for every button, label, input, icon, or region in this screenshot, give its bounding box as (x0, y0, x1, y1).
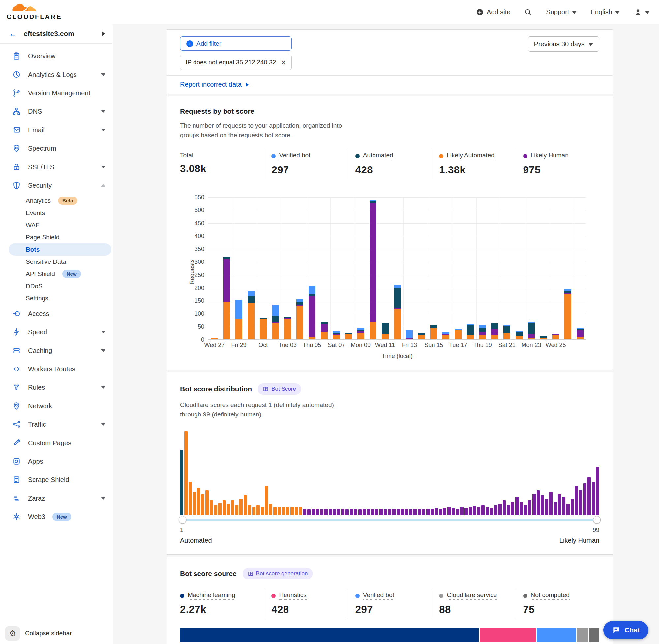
bot-score-generation-badge[interactable]: Bot score generation (243, 568, 313, 579)
sidebar-item-ssl-tls[interactable]: SSL/TLS (0, 158, 112, 176)
bar-segment-likely-automated (260, 319, 267, 339)
legend-dot (439, 154, 443, 158)
bar-segment-likely-automated (503, 334, 510, 339)
bar-segment-automated (479, 328, 486, 332)
histogram-bar (235, 505, 238, 515)
sidebar-item-events[interactable]: Events (0, 207, 112, 219)
sidebar-item-email[interactable]: Email (0, 121, 112, 139)
sidebar-item-version-management[interactable]: Version Management (0, 84, 112, 102)
histogram-bar (541, 495, 544, 515)
sidebar-item-ddos[interactable]: DDoS (0, 280, 112, 292)
site-expand-icon[interactable] (102, 31, 105, 36)
dns-icon (12, 107, 21, 116)
sidebar-item-traffic[interactable]: Traffic (0, 415, 112, 434)
stat-label[interactable]: Not computed (523, 591, 570, 600)
stat-label[interactable]: Verified bot (271, 152, 310, 160)
collapse-sidebar-label[interactable]: Collapse sidebar (25, 630, 72, 637)
stacked-bar (464, 197, 476, 339)
sidebar-item-speed[interactable]: Speed (0, 323, 112, 341)
sidebar-item-rules[interactable]: Rules (0, 378, 112, 397)
gear-icon[interactable]: ⚙ (5, 626, 20, 641)
sidebar-item-waf[interactable]: WAF (0, 219, 112, 231)
stat-label[interactable]: Machine learning (180, 591, 235, 600)
stat-label[interactable]: Cloudflare service (439, 591, 497, 600)
stat-label: Total (180, 152, 193, 159)
stat-value: 3.08k (180, 163, 264, 175)
chevron-down-icon (101, 331, 105, 334)
language-menu[interactable]: English (590, 8, 620, 16)
report-incorrect-data-link[interactable]: Report incorrect data (180, 81, 242, 88)
sidebar-item-scrape-shield[interactable]: Scrape Shield (0, 470, 112, 489)
y-tick-label: 350 (194, 246, 204, 253)
bar-segment-likely-automated (382, 335, 389, 339)
sidebar-item-bots[interactable]: Bots (8, 243, 112, 256)
histogram-bar (392, 509, 396, 515)
slider-handle-min[interactable] (179, 516, 186, 524)
add-filter-button[interactable]: + Add filter (180, 36, 292, 51)
sidebar-item-settings[interactable]: Settings (0, 292, 112, 304)
x-tick-label: Wed 11 (375, 342, 395, 348)
stat-label[interactable]: Verified bot (355, 591, 394, 600)
sidebar-item-spectrum[interactable]: Spectrum (0, 139, 112, 158)
sidebar-item-sensitive-data[interactable]: Sensitive Data (0, 256, 112, 268)
sidebar-item-web3[interactable]: Web3New (0, 507, 112, 526)
support-menu[interactable]: Support (546, 8, 576, 16)
sidebar-item-label: Analytics & Logs (28, 71, 77, 78)
report-incorrect-data-row: Report incorrect data (167, 75, 613, 94)
main-content: + Add filter IP does not equal 35.212.24… (113, 24, 659, 644)
account-menu[interactable] (634, 8, 650, 17)
stacked-bar (269, 197, 282, 339)
stat-label[interactable]: Heuristics (271, 591, 306, 600)
zaraz-icon (12, 494, 21, 503)
add-site-button[interactable]: Add site (476, 8, 510, 16)
sidebar-item-label: WAF (26, 222, 40, 229)
sidebar-item-network[interactable]: Network (0, 397, 112, 415)
search-button[interactable] (524, 8, 532, 16)
histogram-bar (307, 509, 310, 515)
close-icon[interactable]: ✕ (281, 59, 286, 66)
bar-segment-likely-automated (491, 335, 498, 339)
histogram-bar (426, 509, 429, 515)
bar-segment-likely-automated (552, 335, 559, 339)
sidebar-item-analytics-logs[interactable]: Analytics & Logs (0, 65, 112, 84)
sidebar-item-caching[interactable]: Caching (0, 341, 112, 360)
stat-label[interactable]: Automated (355, 152, 393, 160)
bar-segment-likely-human (491, 329, 498, 335)
histogram-bar (430, 509, 434, 515)
sidebar-item-dns[interactable]: DNS (0, 102, 112, 121)
slider-handle-max[interactable] (593, 516, 601, 524)
sidebar-item-apps[interactable]: Apps (0, 452, 112, 470)
sidebar-item-page-shield[interactable]: Page Shield (0, 231, 112, 243)
bot-score-badge[interactable]: Bot Score (258, 384, 301, 395)
sidebar-item-analytics[interactable]: AnalyticsBeta (0, 194, 112, 207)
source-bar-heuristics (480, 628, 536, 642)
histogram-bar (447, 507, 451, 516)
distribution-card-title: Bot score distribution (180, 385, 252, 393)
stat-automated: Automated 428 (348, 150, 431, 179)
filter-chip[interactable]: IP does not equal 35.212.240.32 ✕ (180, 55, 292, 70)
sidebar-item-security[interactable]: Security (0, 176, 112, 194)
cloudflare-logo[interactable]: CLOUDFLARE (6, 3, 62, 21)
date-range-select[interactable]: Previous 30 days (528, 36, 599, 52)
bar-segment-automated (297, 302, 303, 305)
sidebar-item-zaraz[interactable]: Zaraz (0, 489, 112, 507)
slider-track[interactable] (180, 519, 599, 521)
sidebar-item-label: Analytics (26, 197, 51, 204)
x-tick-label: Tue 17 (449, 342, 467, 348)
stat-label[interactable]: Likely Automated (439, 152, 494, 160)
histogram-bar (554, 502, 557, 515)
sidebar-item-label: Version Management (28, 89, 90, 97)
stat-label[interactable]: Likely Human (523, 152, 569, 160)
sidebar-item-workers-routes[interactable]: Workers Routes (0, 360, 112, 378)
stacked-bar (306, 197, 318, 339)
sidebar-item-custom-pages[interactable]: Custom Pages (0, 434, 112, 452)
x-axis-labels: Wed 27Fri 29OctTue 03Thu 05Sat 07Mon 09W… (208, 340, 586, 348)
back-arrow-icon[interactable]: ← (8, 29, 17, 38)
sidebar-item-api-shield[interactable]: API ShieldNew (0, 268, 112, 280)
histogram-bar (562, 497, 565, 515)
sidebar-item-overview[interactable]: Overview (0, 47, 112, 65)
source-bar-not-computed (589, 628, 599, 642)
chat-button[interactable]: Chat (603, 621, 649, 639)
y-tick-label: 200 (194, 284, 204, 291)
sidebar-item-access[interactable]: Access (0, 304, 112, 323)
